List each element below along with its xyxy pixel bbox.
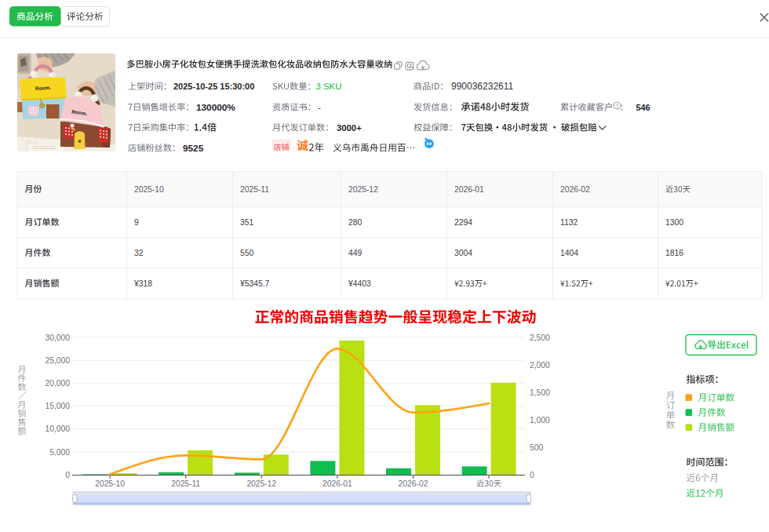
svg-text:1404: 1404 [560, 249, 578, 257]
svg-text:10,000: 10,000 [46, 425, 71, 433]
svg-text:2025-11: 2025-11 [171, 479, 200, 488]
svg-text:5,000: 5,000 [49, 448, 70, 457]
svg-text:3 SKU: 3 SKU [316, 82, 342, 91]
svg-text:990036232611: 990036232611 [451, 81, 514, 92]
svg-text:3004: 3004 [454, 249, 472, 257]
svg-text:2,500: 2,500 [530, 333, 550, 342]
svg-text:0: 0 [530, 471, 534, 479]
svg-text:550: 550 [240, 249, 253, 257]
svg-text:2026-02: 2026-02 [399, 479, 428, 488]
svg-text:¥318: ¥318 [133, 279, 152, 288]
svg-text:2026-02: 2026-02 [560, 185, 590, 194]
svg-text:Room.: Room. [35, 85, 52, 91]
svg-text:1,500: 1,500 [530, 388, 550, 397]
svg-text:449: 449 [348, 249, 362, 257]
svg-text:3000+: 3000+ [337, 123, 362, 133]
svg-text:1,000: 1,000 [530, 416, 550, 425]
svg-text:25,000: 25,000 [46, 356, 71, 365]
svg-text:20,000: 20,000 [46, 379, 71, 388]
svg-text:¥4403: ¥4403 [348, 279, 371, 288]
svg-text:9: 9 [134, 218, 139, 227]
svg-text:546: 546 [636, 103, 651, 112]
svg-text:0: 0 [65, 471, 70, 479]
svg-text:¥5345.7: ¥5345.7 [239, 279, 269, 288]
svg-text:2025-11: 2025-11 [240, 185, 269, 194]
svg-text:32: 32 [134, 249, 144, 257]
svg-text:280: 280 [348, 218, 362, 227]
svg-text:30,000: 30,000 [46, 333, 71, 342]
svg-text:-: - [318, 102, 321, 112]
svg-text:1300: 1300 [665, 218, 683, 227]
svg-text:2026-01: 2026-01 [323, 479, 352, 488]
svg-text:2025-10: 2025-10 [95, 479, 125, 488]
svg-text:2294: 2294 [454, 218, 472, 227]
svg-text:1816: 1816 [665, 249, 683, 257]
svg-text:?: ? [615, 104, 618, 109]
svg-text:2025-12: 2025-12 [246, 479, 276, 488]
svg-text:2026-01: 2026-01 [454, 185, 484, 194]
svg-text:2025-10-25 15:30:00: 2025-10-25 15:30:00 [173, 82, 254, 91]
svg-text:2025-10: 2025-10 [134, 185, 164, 194]
svg-text:500: 500 [530, 443, 543, 452]
svg-text:2025-12: 2025-12 [348, 185, 378, 194]
svg-text:2,000: 2,000 [530, 361, 550, 370]
svg-text:1132: 1132 [560, 218, 578, 227]
svg-text:9525: 9525 [183, 143, 204, 154]
svg-text:351: 351 [240, 218, 253, 227]
svg-text:130000%: 130000% [196, 102, 235, 113]
svg-text:15,000: 15,000 [46, 402, 71, 410]
